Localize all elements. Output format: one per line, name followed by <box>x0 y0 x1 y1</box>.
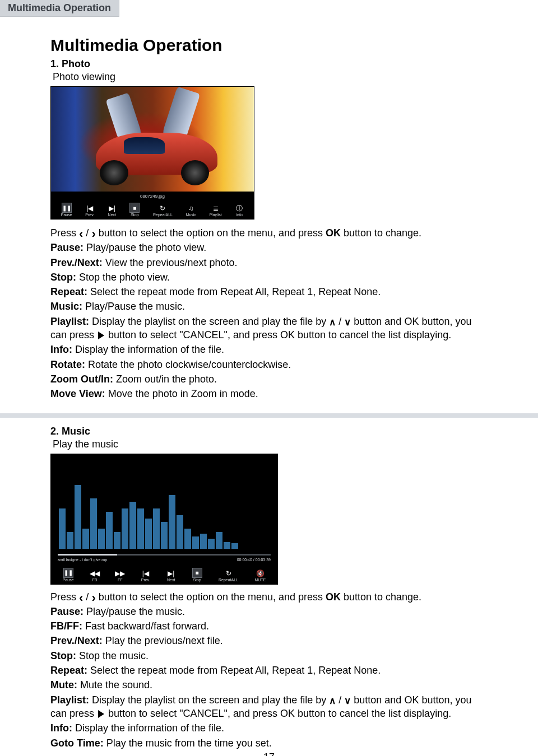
definition-label: Goto Time: <box>50 738 104 749</box>
text-bold: Playlist: <box>50 694 89 706</box>
definition-line: Goto Time: Play the music from the time … <box>50 736 486 750</box>
definition-text: View the previous/next photo. <box>103 257 238 268</box>
definition-text: Rotate the photo clockwise/counterclockw… <box>85 359 291 370</box>
definition-label: Move View: <box>50 388 105 399</box>
definition-text: Stop the music. <box>76 650 149 661</box>
track-label: avril lavigne - i don't give.mp <box>58 558 107 562</box>
toolbar-label: info <box>236 213 243 217</box>
header-tab: Multimedia Operation <box>0 0 119 17</box>
screenshot-photo-image <box>51 87 254 192</box>
section-head-photo: 1. Photo <box>50 58 486 70</box>
music-icon: ♫ <box>187 204 196 213</box>
toolbar-label: MUTE <box>254 578 266 582</box>
definition-line: Prev./Next: Play the previous/next file. <box>50 634 486 647</box>
toolbar-info-button: ⓘinfo <box>235 204 244 217</box>
definition-line: Info: Display the information of the fil… <box>50 721 486 735</box>
section-subtitle-music: Play the music <box>53 438 486 450</box>
mute-icon: 🔇 <box>256 569 265 578</box>
photo-intro-line: Press / button to select the option on t… <box>50 226 486 240</box>
repeat-icon: ↻ <box>158 204 167 213</box>
music-playlist-line: Playlist: Display the playlist on the sc… <box>50 693 486 721</box>
definition-line: Prev./Next: View the previous/next photo… <box>50 256 486 269</box>
definition-label: Repeat: <box>50 665 87 676</box>
definition-text: Play/pause the photo view. <box>84 242 206 253</box>
definition-text: Fast backward/fast forward. <box>82 620 209 632</box>
toolbar-next-button: ▶|Next <box>108 204 117 217</box>
time-label: 00:00:40 / 00:03:39 <box>237 558 271 562</box>
definition-label: Music: <box>50 301 82 312</box>
text: button to change. <box>341 227 421 239</box>
definition-line: Stop: Stop the music. <box>50 649 486 662</box>
toolbar-label: Stop <box>131 213 138 217</box>
toolbar-prev-button: |◀Prev. <box>141 569 150 582</box>
left-angle-icon <box>79 591 83 604</box>
toolbar-fb-button: ◀◀FB <box>90 569 99 582</box>
toolbar-label: Next <box>167 578 175 582</box>
toolbar-pause-button: ❚❚Pause <box>61 203 72 217</box>
stop-icon: ■ <box>192 568 202 578</box>
definition-label: Pause: <box>50 242 84 253</box>
toolbar-label: FF <box>118 578 123 582</box>
up-caret-icon <box>329 696 336 706</box>
equalizer-bars <box>59 482 238 549</box>
fb-icon: ◀◀ <box>90 569 99 578</box>
right-angle-icon <box>91 591 95 604</box>
toolbar-label: Prev. <box>85 213 94 217</box>
pause-icon: ❚❚ <box>63 568 73 578</box>
definition-label: Zoom Out/In: <box>50 374 113 385</box>
stop-icon: ■ <box>129 203 140 213</box>
toolbar-prev-button: |◀Prev. <box>85 204 94 217</box>
toolbar-label: RepeatALL <box>153 213 173 217</box>
photo-lines: Pause: Play/pause the photo view.Prev./N… <box>50 241 486 313</box>
definition-line: FB/FF: Fast backward/fast forward. <box>50 619 486 633</box>
text: Press <box>50 591 76 603</box>
definition-line: Info: Display the information of the fil… <box>50 343 486 356</box>
definition-label: Info: <box>50 722 72 734</box>
music-lines-2: Info: Display the information of the fil… <box>50 721 486 750</box>
music-intro-line: Press / button to select the option on t… <box>50 590 486 604</box>
definition-line: Move View: Move the photo in Zoom in mod… <box>50 387 486 400</box>
ff-icon: ▶▶ <box>115 569 124 578</box>
page-title: Multimedia Operation <box>50 36 486 55</box>
left-angle-icon <box>79 227 83 240</box>
definition-label: FB/FF: <box>50 620 82 632</box>
definition-label: Stop: <box>50 650 76 661</box>
toolbar-stop-button: ■Stop <box>192 568 202 582</box>
photo-lines-2: Info: Display the information of the fil… <box>50 343 486 400</box>
prev-icon: |◀ <box>85 204 94 213</box>
screenshot-photo-viewer: 0807249.jpg ❚❚Pause|◀Prev.▶|Next■Stop↻Re… <box>50 86 254 220</box>
photo-playlist-line: Playlist: Display the playlist on the sc… <box>50 315 486 342</box>
play-triangle-icon <box>98 332 104 339</box>
definition-label: Mute: <box>50 679 77 690</box>
content-column: Multimedia Operation 1. Photo Photo view… <box>0 36 538 750</box>
music-lines: Pause: Play/pause the music.FB/FF: Fast … <box>50 605 486 692</box>
progress-bar <box>58 554 271 556</box>
definition-text: Display the information of the file. <box>72 722 224 734</box>
section-head-music: 2. Music <box>50 426 486 437</box>
definition-label: Info: <box>50 344 72 355</box>
toolbar-ff-button: ▶▶FF <box>115 569 124 582</box>
down-caret-icon <box>344 696 351 706</box>
definition-line: Stop: Stop the photo view. <box>50 270 486 284</box>
definition-text: Play/Pause the music. <box>82 301 185 312</box>
text: button to select "CANCEL", and press OK … <box>105 708 451 719</box>
definition-text: Play the music from the time you set. <box>104 738 272 749</box>
text: Display the playlist on the screen and p… <box>89 694 329 706</box>
definition-text: Display the information of the file. <box>72 344 224 355</box>
photo-filename-label: 0807249.jpg <box>51 192 254 200</box>
definition-text: Play/pause the music. <box>84 606 185 617</box>
definition-label: Stop: <box>50 272 76 283</box>
text: button to change. <box>341 591 421 603</box>
toolbar-playlist-button: ≣Playlist <box>209 204 221 217</box>
section-divider <box>0 413 538 418</box>
toolbar-label: FB <box>92 578 97 582</box>
text: button to select the option on the menu,… <box>99 591 326 603</box>
definition-label: Pause: <box>50 606 84 617</box>
definition-text: Stop the photo view. <box>76 272 170 283</box>
toolbar-stop-button: ■Stop <box>129 203 140 217</box>
toolbar-label: RepeatALL <box>219 578 238 582</box>
definition-line: Repeat: Select the repeat mode from Repe… <box>50 664 486 677</box>
definition-text: Move the photo in Zoom in mode. <box>105 388 258 399</box>
text: Press <box>50 227 76 239</box>
definition-label: Prev./Next: <box>50 257 103 268</box>
